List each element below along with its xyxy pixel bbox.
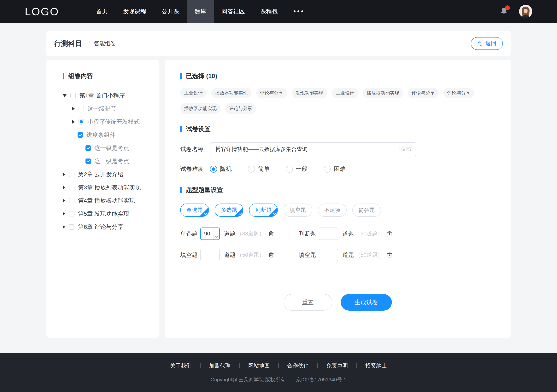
qtype-fill-blank[interactable]: 填空题 xyxy=(284,204,312,217)
radio-unselected-icon[interactable] xyxy=(324,166,331,173)
trash-icon[interactable] xyxy=(268,230,274,237)
difficulty-option-random[interactable]: 随机 xyxy=(210,165,232,173)
checkbox-unchecked[interactable] xyxy=(69,185,74,190)
back-arrow-icon xyxy=(477,40,483,46)
nav-item-open-courses[interactable]: 公开课 xyxy=(154,0,187,23)
selected-tag[interactable]: 评论与分享 xyxy=(443,88,474,98)
caret-right-icon[interactable] xyxy=(63,172,65,176)
nav-item-question-bank[interactable]: 题库 xyxy=(187,0,214,23)
tree-item-chapter4[interactable]: 第4章 播放器功能实现 xyxy=(46,194,159,207)
reset-button[interactable]: 重置 xyxy=(284,294,332,311)
selected-tag[interactable]: 评论与分享 xyxy=(256,88,287,98)
selected-tag[interactable]: 播放器功能实现 xyxy=(180,103,221,114)
footer-link-recruit[interactable]: 招贤纳士 xyxy=(365,362,387,369)
footer-divider xyxy=(278,363,279,368)
char-counter: 16/25 xyxy=(398,146,411,152)
quantity-input[interactable] xyxy=(201,249,219,261)
checkbox-unchecked[interactable] xyxy=(69,198,74,203)
tree-item-mini-program-mode[interactable]: 小程序传统开发模式 xyxy=(46,115,159,128)
quantity-input[interactable] xyxy=(201,228,213,240)
footer-link-partners[interactable]: 合作伙伴 xyxy=(287,362,309,369)
footer-link-sitemap[interactable]: 网站地图 xyxy=(248,362,270,369)
selected-tag[interactable]: 评论与分享 xyxy=(408,88,439,98)
tree-item-exam-point-2[interactable]: 这一级是考点 xyxy=(46,155,159,168)
quantity-input[interactable] xyxy=(319,228,338,240)
caret-right-icon[interactable] xyxy=(72,107,75,111)
selected-tag[interactable]: 评论与分享 xyxy=(225,103,256,114)
quantity-field xyxy=(319,249,338,261)
unit-label: 道题 xyxy=(224,251,236,259)
quantity-label: 填空题 xyxy=(180,251,198,259)
checkbox-unchecked[interactable] xyxy=(69,172,74,177)
stepper-up-icon[interactable] xyxy=(214,228,219,234)
radio-unselected-icon[interactable] xyxy=(286,166,293,173)
caret-right-icon[interactable] xyxy=(63,185,65,189)
more-menu-icon[interactable] xyxy=(286,0,311,23)
quantity-label: 判断题 xyxy=(299,230,316,238)
selected-tag[interactable]: 工业设计 xyxy=(332,88,358,98)
tree-item-progress-component[interactable]: 进度条组件 xyxy=(46,128,159,142)
checkbox-indeterminate[interactable] xyxy=(79,119,84,124)
tree-item-chapter2[interactable]: 第2章 云开发介绍 xyxy=(46,168,159,181)
checkbox-unchecked[interactable] xyxy=(70,93,76,98)
tree-item-exam-point-1[interactable]: 这一级是考点 xyxy=(46,142,159,155)
tree-item-chapter5[interactable]: 第5章 发现功能实现 xyxy=(46,207,159,220)
quantity-group-true-false: 判断题 道题 （30道题） xyxy=(299,227,417,240)
nav-item-home[interactable]: 首页 xyxy=(88,0,115,23)
difficulty-option-normal[interactable]: 一般 xyxy=(286,165,308,173)
qtype-single-choice[interactable]: 单选题 xyxy=(180,204,209,217)
form-actions: 重置 生成试卷 xyxy=(180,294,495,311)
paper-name-field: 16/25 xyxy=(210,142,416,156)
nav-item-course-package[interactable]: 课程包 xyxy=(253,0,286,23)
checkbox-checked[interactable] xyxy=(78,132,83,138)
selected-tag[interactable]: 播放器功能实现 xyxy=(363,88,403,98)
qtype-short-answer[interactable]: 简答题 xyxy=(352,204,381,217)
nav-item-discover-courses[interactable]: 发现课程 xyxy=(115,0,154,23)
footer-link-agent[interactable]: 加盟代理 xyxy=(209,362,231,369)
checkbox-checked[interactable] xyxy=(85,145,91,151)
tree-item-chapter3[interactable]: 第3章 播放列表功能实现 xyxy=(46,181,159,194)
trash-icon[interactable] xyxy=(386,252,393,258)
radio-unselected-icon[interactable] xyxy=(248,166,255,173)
nav-item-qa-community[interactable]: 问答社区 xyxy=(214,0,253,23)
paper-name-input[interactable] xyxy=(215,146,394,152)
footer-link-disclaimer[interactable]: 免责声明 xyxy=(326,362,348,369)
quantity-label: 单选题 xyxy=(180,230,198,238)
user-avatar[interactable] xyxy=(519,5,532,18)
caret-down-icon[interactable] xyxy=(63,94,66,97)
qtype-indefinite[interactable]: 不定项 xyxy=(318,204,347,217)
difficulty-option-hard[interactable]: 困难 xyxy=(324,165,345,173)
stepper-down-icon[interactable] xyxy=(214,234,219,240)
checkbox-unchecked[interactable] xyxy=(69,224,74,230)
logo[interactable]: LOGO xyxy=(25,5,59,18)
caret-right-icon[interactable] xyxy=(63,199,65,203)
caret-right-icon[interactable] xyxy=(63,225,65,229)
qtype-multi-choice[interactable]: 多选题 xyxy=(215,204,243,217)
qtype-true-false[interactable]: 判断题 xyxy=(249,204,278,217)
difficulty-option-easy[interactable]: 简单 xyxy=(248,165,270,173)
footer-link-about[interactable]: 关于我们 xyxy=(170,362,192,369)
trash-icon[interactable] xyxy=(268,252,274,258)
selected-tag[interactable]: 发现功能实现 xyxy=(292,88,327,98)
generate-paper-button[interactable]: 生成试卷 xyxy=(341,294,392,311)
checkbox-unchecked[interactable] xyxy=(79,106,84,111)
checkbox-unchecked[interactable] xyxy=(69,211,74,216)
available-count: （50道题） xyxy=(355,251,383,259)
difficulty-row: 试卷难度 随机 简单 一般 困难 xyxy=(180,165,495,173)
stepper-controls xyxy=(213,228,219,240)
tree-item-chapter6[interactable]: 第6章 评论与分享 xyxy=(46,220,159,233)
caret-right-icon[interactable] xyxy=(63,212,65,216)
checkbox-checked[interactable] xyxy=(85,159,91,164)
tree-item-section[interactable]: 这一级是节 xyxy=(46,102,159,115)
tree-item-chapter1[interactable]: 第1章 首门小程序 xyxy=(46,89,159,102)
caret-right-icon[interactable] xyxy=(72,120,75,124)
back-button[interactable]: 返回 xyxy=(471,37,503,50)
selected-tag[interactable]: 工业设计 xyxy=(180,88,206,98)
notification-bell-icon[interactable] xyxy=(500,7,508,16)
quantity-field xyxy=(200,249,220,261)
unit-label: 道题 xyxy=(342,251,354,259)
trash-icon[interactable] xyxy=(386,230,393,237)
radio-selected-icon[interactable] xyxy=(210,166,217,173)
quantity-input[interactable] xyxy=(319,249,338,261)
selected-tag[interactable]: 播放器功能实现 xyxy=(211,88,251,98)
